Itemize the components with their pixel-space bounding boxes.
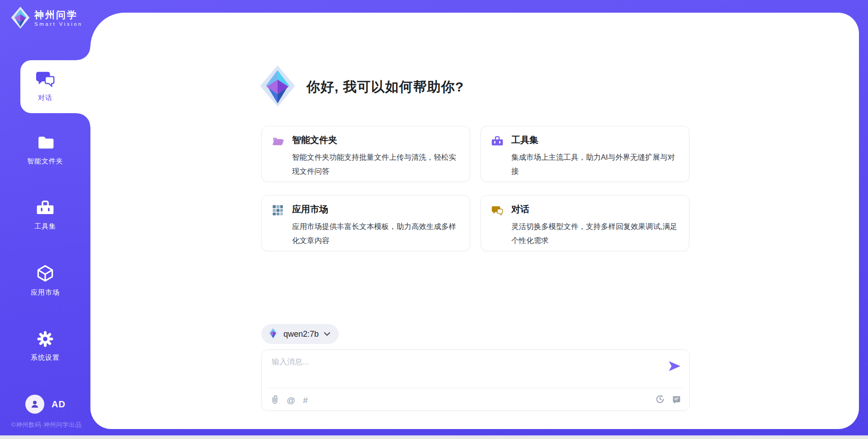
user-profile[interactable]: AD: [25, 395, 66, 414]
chevron-down-icon: [324, 330, 330, 338]
apps-grid-icon: [272, 203, 284, 243]
model-diamond-icon: [268, 327, 278, 341]
hashtag-icon[interactable]: #: [303, 395, 308, 406]
card-description: 智能文件夹功能支持批量文件上传与清洗，轻松实现文件问答: [292, 150, 460, 178]
sidebar-item-chat[interactable]: 对话: [11, 68, 79, 102]
greeting: 你好, 我可以如何帮助你?: [259, 63, 464, 110]
card-description: 灵活切换多模型文件，支持多样回复效果调试,满足个性化需求: [511, 220, 679, 248]
sidebar-item-label: 智能文件夹: [11, 157, 79, 166]
template-message-icon[interactable]: [672, 395, 681, 406]
brand-logo: 神州问学 Smart Vision: [10, 6, 83, 31]
feature-cards: 智能文件夹 智能文件夹功能支持批量文件上传与清洗，轻松实现文件问答 工具集 集成…: [261, 126, 690, 251]
toolbox-icon: [491, 134, 504, 174]
composer-tools-right: [655, 394, 681, 406]
sidebar-item-label: 应用市场: [11, 288, 79, 297]
gear-icon: [36, 329, 55, 350]
model-selector[interactable]: qwen2:7b: [261, 324, 339, 344]
card-title: 对话: [511, 203, 679, 215]
sidebar-item-label: 对话: [11, 94, 79, 102]
folder-icon: [36, 133, 55, 154]
composer-divider: [268, 388, 683, 388]
mention-icon[interactable]: @: [287, 395, 295, 406]
brand-name-en: Smart Vision: [34, 22, 83, 27]
toolbox-icon: [36, 198, 55, 219]
composer-tools-left: @ #: [271, 394, 308, 407]
avatar[interactable]: [25, 395, 44, 414]
app-root: 神州问学 Smart Vision 对话 智能文件夹: [0, 0, 868, 439]
message-composer: @ #: [261, 349, 690, 411]
card-description: 应用市场提供丰富长文本模板，助力高效生成多样化文章内容: [292, 220, 460, 248]
history-icon[interactable]: [655, 394, 665, 406]
copyright-text: ©神州数码·神州问学出品: [5, 421, 88, 429]
card-chat[interactable]: 对话 灵活切换多模型文件，支持多样回复效果调试,满足个性化需求: [481, 195, 689, 251]
sidebar-item-label: 系统设置: [11, 353, 79, 362]
tab-fillet-bottom: [77, 113, 90, 127]
brand-diamond-icon: [10, 6, 31, 31]
cube-icon: [35, 263, 55, 285]
bottom-strip: [0, 435, 868, 439]
user-initials: AD: [52, 399, 66, 410]
model-name: qwen2:7b: [283, 329, 319, 339]
sidebar-item-toolbox[interactable]: 工具集: [11, 198, 79, 231]
card-title: 智能文件夹: [292, 134, 460, 146]
card-title: 工具集: [511, 134, 679, 146]
card-smart-folder[interactable]: 智能文件夹 智能文件夹功能支持批量文件上传与清洗，轻松实现文件问答: [261, 126, 470, 182]
chat-icon: [35, 68, 56, 91]
message-input[interactable]: [272, 357, 660, 383]
greeting-text: 你好, 我可以如何帮助你?: [307, 78, 464, 96]
brand-name-cn: 神州问学: [34, 10, 83, 19]
send-icon[interactable]: [668, 360, 681, 372]
card-toolbox[interactable]: 工具集 集成市场上主流工具，助力AI与外界无缝扩展与对接: [481, 126, 689, 182]
sidebar-item-app-market[interactable]: 应用市场: [11, 263, 79, 297]
greeting-diamond-icon: [259, 63, 297, 110]
card-title: 应用市场: [292, 203, 460, 215]
person-icon: [29, 399, 40, 410]
chat-icon: [491, 203, 504, 243]
folder-open-icon: [272, 134, 284, 174]
sidebar-item-smart-folder[interactable]: 智能文件夹: [11, 133, 79, 166]
attachment-icon[interactable]: [271, 394, 279, 407]
tab-fillet-top: [77, 47, 90, 60]
sidebar-item-settings[interactable]: 系统设置: [11, 329, 79, 362]
sidebar-item-label: 工具集: [11, 222, 79, 231]
card-app-market[interactable]: 应用市场 应用市场提供丰富长文本模板，助力高效生成多样化文章内容: [261, 195, 470, 251]
card-description: 集成市场上主流工具，助力AI与外界无缝扩展与对接: [511, 150, 679, 178]
brand-text: 神州问学 Smart Vision: [34, 10, 83, 27]
